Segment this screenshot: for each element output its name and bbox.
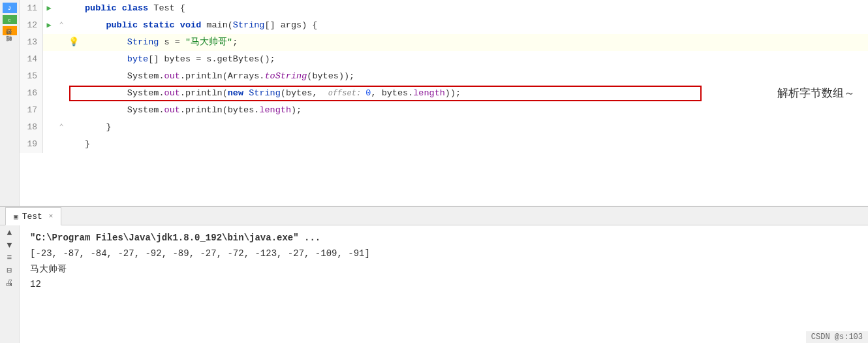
field-length-17: length — [259, 105, 291, 115]
keyword-public-static: public static void — [106, 20, 201, 30]
num-zero: 0 — [365, 88, 371, 98]
field-out-17: out — [164, 105, 180, 115]
code-line-16: 16 System.out.println(new String(bytes, … — [20, 85, 868, 102]
code-line-13: 13 💡 String s = "马大帅哥"; — [20, 34, 868, 51]
field-length: length — [413, 88, 445, 98]
code-content-16: System.out.println(new String(bytes, off… — [80, 85, 868, 102]
code-content-13: String s = "马大帅哥"; — [80, 34, 868, 51]
hint-19 — [68, 136, 80, 153]
filter-icon[interactable]: ⊟ — [7, 265, 12, 276]
bookmark-16 — [55, 85, 68, 102]
line-number-12: 12 — [20, 17, 43, 34]
hint-12 — [68, 17, 80, 34]
editor-sidebar: J c s 外部 临时 — [0, 0, 20, 206]
kw-string-new: String — [249, 88, 281, 98]
kw-byte: byte — [127, 54, 148, 64]
terminal-tab-label: Test — [22, 212, 42, 221]
bookmark-17 — [55, 102, 68, 119]
hint-13: 💡 — [68, 34, 80, 51]
string-literal: "马大帅哥" — [185, 37, 232, 47]
keyword-new: new — [228, 88, 243, 98]
sidebar-icon-c[interactable]: c — [3, 15, 17, 24]
keyword-string: String — [233, 20, 265, 30]
field-out-16: out — [164, 88, 180, 98]
code-text: Test { — [148, 3, 185, 13]
sidebar-label-temp[interactable]: 临时 — [5, 44, 14, 48]
code-line-15: 15 System.out.println(Arrays.toString(by… — [20, 68, 868, 85]
code-content-14: byte[] bytes = s.getBytes(); — [80, 51, 868, 68]
sidebar-icon-s[interactable]: s — [3, 26, 17, 35]
bookmark-18: ⌃ — [55, 119, 68, 136]
terminal-line-4: 12 — [30, 277, 858, 293]
scroll-up-icon[interactable]: ▲ — [7, 228, 12, 238]
code-line-18: 18 ⌃ } — [20, 119, 868, 136]
method-tostring: toString — [264, 71, 307, 81]
run-button-16 — [43, 85, 55, 102]
field-out-15: out — [164, 71, 180, 81]
bookmark-14 — [55, 51, 68, 68]
line-number-15: 15 — [20, 68, 43, 85]
sidebar-label-external[interactable]: 外部 — [5, 37, 14, 42]
code-content-19: } — [80, 136, 868, 153]
terminal-tab-test[interactable]: ▣ Test × — [5, 207, 61, 225]
line-number-18: 18 — [20, 119, 43, 136]
code-content-18: } — [80, 119, 868, 136]
code-content-17: System.out.println(bytes.length); — [80, 102, 868, 119]
hint-15 — [68, 68, 80, 85]
align-icon[interactable]: ≡ — [7, 253, 12, 263]
bookmark-11 — [55, 0, 68, 17]
terminal-content: "C:\Program Files\Java\jdk1.8.0_192\bin\… — [20, 225, 868, 343]
run-button-12[interactable]: ▶ — [43, 17, 55, 34]
line-number-19: 19 — [20, 136, 43, 153]
code-lines: 11 ▶ public class Test { 12 ▶ ⌃ public s… — [20, 0, 868, 206]
code-line-14: 14 byte[] bytes = s.getBytes(); — [20, 51, 868, 68]
line-number-17: 17 — [20, 102, 43, 119]
line-number-16: 16 — [20, 85, 43, 102]
code-line-19: 19 } — [20, 136, 868, 153]
print-icon[interactable]: 🖨 — [5, 278, 14, 288]
code-content-12: public static void main(String[] args) { — [80, 17, 868, 34]
bookmark-15 — [55, 68, 68, 85]
bookmark-13 — [55, 34, 68, 51]
run-button-18 — [43, 119, 55, 136]
line-number-13: 13 — [20, 34, 43, 51]
hint-11 — [68, 0, 80, 17]
sidebar-icon-j[interactable]: J — [3, 3, 17, 13]
status-bar: CSDN @s:103 — [806, 331, 868, 343]
status-text: CSDN @s:103 — [811, 333, 863, 342]
code-content-11: public class Test { — [80, 0, 868, 17]
line-number-11: 11 — [20, 0, 43, 17]
hint-offset: offset: — [328, 89, 366, 98]
scroll-down-icon[interactable]: ▼ — [7, 240, 12, 250]
terminal-line-3: 马大帅哥 — [30, 262, 858, 278]
run-button-19 — [43, 136, 55, 153]
run-button-11[interactable]: ▶ — [43, 0, 55, 17]
bookmark-19 — [55, 136, 68, 153]
hint-16 — [68, 85, 80, 102]
hint-14 — [68, 51, 80, 68]
code-content-15: System.out.println(Arrays.toString(bytes… — [80, 68, 868, 85]
keyword-public: public class — [85, 3, 148, 13]
hint-18 — [68, 119, 80, 136]
terminal-tab-close[interactable]: × — [49, 212, 54, 220]
code-line-17: 17 System.out.println(bytes.length); — [20, 102, 868, 119]
annotation-text: 解析字节数组～ — [777, 85, 855, 102]
line-number-14: 14 — [20, 51, 43, 68]
run-button-17 — [43, 102, 55, 119]
run-button-14 — [43, 51, 55, 68]
code-editor: 11 ▶ public class Test { 12 ▶ ⌃ public s… — [20, 0, 868, 206]
run-button-15 — [43, 68, 55, 85]
code-line-12: 12 ▶ ⌃ public static void main(String[] … — [20, 17, 868, 34]
kw-string: String — [127, 37, 159, 47]
hint-17 — [68, 102, 80, 119]
terminal-tab-icon: ▣ — [14, 212, 18, 221]
code-line-11: 11 ▶ public class Test { — [20, 0, 868, 17]
terminal-area: ▣ Test × ▲ ▼ ≡ ⊟ 🖨 "C:\Program Files\Jav… — [0, 206, 868, 343]
editor-area: J c s 外部 临时 11 ▶ public class Test { 12 … — [0, 0, 868, 206]
run-button-13 — [43, 34, 55, 51]
terminal-line-2: [-23, -87, -84, -27, -92, -89, -27, -72,… — [30, 246, 858, 262]
terminal-tab-bar: ▣ Test × — [0, 207, 868, 225]
bookmark-12: ⌃ — [55, 17, 68, 34]
terminal-line-1: "C:\Program Files\Java\jdk1.8.0_192\bin\… — [30, 231, 858, 246]
terminal-left-bar: ▲ ▼ ≡ ⊟ 🖨 — [0, 225, 20, 343]
